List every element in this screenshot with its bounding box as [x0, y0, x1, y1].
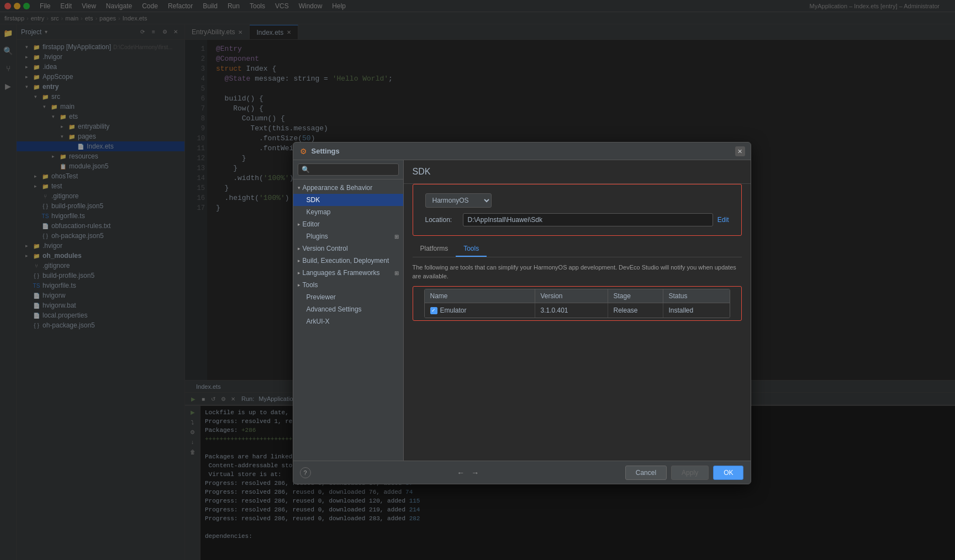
nav-forward-icon[interactable]: → — [471, 468, 479, 477]
nav-previewer[interactable]: Previewer — [293, 291, 403, 303]
tab-tools[interactable]: Tools — [456, 241, 487, 257]
nav-section-label: Tools — [303, 281, 318, 289]
nav-section-label: Version Control — [303, 245, 348, 252]
dialog-body: ▾ Appearance & Behavior SDK Keymap ▸ Edi… — [293, 160, 751, 461]
tool-checkbox[interactable]: ✓ — [430, 307, 437, 314]
sdk-tabs: Platforms Tools — [413, 241, 742, 257]
cancel-button[interactable]: Cancel — [625, 466, 667, 480]
dialog-close-button[interactable]: ✕ — [735, 146, 745, 156]
dialog-title-bar: ⚙ Settings ✕ — [293, 142, 751, 160]
table-cell-version: 3.1.0.401 — [535, 303, 608, 318]
table-header-stage: Stage — [608, 289, 663, 303]
tool-name: Emulator — [440, 307, 467, 314]
settings-search — [293, 160, 403, 179]
plugins-badge-icon: ⊞ — [394, 234, 399, 240]
nav-sdk[interactable]: SDK — [293, 194, 403, 206]
table-row: ✓ Emulator 3.1.0.401 Release Installed — [425, 303, 730, 318]
dialog-title: Settings — [312, 147, 340, 155]
sdk-tools-table: Name Version Stage Status ✓ Emulator 3.1… — [424, 289, 730, 318]
table-header-status: Status — [663, 289, 730, 303]
sdk-platform-select[interactable]: HarmonyOS — [425, 193, 492, 208]
settings-content: SDK HarmonyOS Location: Edit — [404, 160, 751, 461]
table-cell-status: Installed — [663, 303, 730, 318]
help-button[interactable]: ? — [300, 467, 311, 478]
table-header-row: Name Version Stage Status — [425, 289, 730, 303]
nav-version-control[interactable]: ▸ Version Control — [293, 242, 403, 255]
sdk-info-text: The following are tools that can simplif… — [404, 257, 751, 286]
table-header-version: Version — [535, 289, 608, 303]
dialog-overlay: ⚙ Settings ✕ ▾ Appearance & Behavior SDK — [0, 0, 955, 560]
nav-back-icon[interactable]: ← — [457, 468, 465, 477]
footer-buttons: Cancel Apply OK — [625, 466, 744, 480]
chevron-right-icon: ▸ — [298, 282, 300, 288]
nav-advanced-settings[interactable]: Advanced Settings — [293, 303, 403, 315]
nav-tools[interactable]: ▸ Tools — [293, 279, 403, 291]
nav-languages-frameworks[interactable]: ▸ Languages & Frameworks ⊞ — [293, 267, 403, 279]
chevron-right-icon: ▸ — [298, 270, 300, 276]
nav-arkui-x[interactable]: ArkUI-X — [293, 315, 403, 327]
nav-editor[interactable]: ▸ Editor — [293, 218, 403, 230]
nav-appearance-behavior[interactable]: ▾ Appearance & Behavior — [293, 182, 403, 194]
nav-plugins[interactable]: Plugins ⊞ — [293, 230, 403, 242]
settings-nav: ▾ Appearance & Behavior SDK Keymap ▸ Edi… — [293, 160, 404, 461]
lang-badge-icon: ⊞ — [394, 270, 399, 276]
sdk-platform-section: HarmonyOS Location: Edit — [413, 184, 742, 236]
nav-section-label: Build, Execution, Deployment — [303, 257, 389, 265]
nav-keymap[interactable]: Keymap — [293, 206, 403, 218]
ok-button[interactable]: OK — [713, 466, 743, 480]
apply-button[interactable]: Apply — [671, 466, 709, 480]
chevron-down-icon: ▾ — [298, 185, 300, 191]
location-label: Location: — [425, 216, 458, 224]
table-cell-name: ✓ Emulator — [425, 303, 535, 318]
chevron-right-icon: ▸ — [298, 221, 300, 227]
sdk-location-row: Location: Edit — [416, 213, 738, 232]
sdk-location-input[interactable] — [463, 213, 713, 226]
chevron-right-icon: ▸ — [298, 246, 300, 251]
table-cell-stage: Release — [608, 303, 663, 318]
nav-section-label: Appearance & Behavior — [303, 184, 373, 192]
chevron-right-icon: ▸ — [298, 258, 300, 263]
dialog-footer: ? ← → Cancel Apply OK — [293, 461, 751, 484]
settings-dialog: ⚙ Settings ✕ ▾ Appearance & Behavior SDK — [293, 142, 751, 484]
tab-platforms[interactable]: Platforms — [413, 241, 456, 257]
nav-section-label: Editor — [303, 220, 320, 228]
settings-search-input[interactable] — [298, 163, 399, 176]
sdk-tools-table-wrapper: Name Version Stage Status ✓ Emulator 3.1… — [413, 286, 742, 321]
nav-build-execution[interactable]: ▸ Build, Execution, Deployment — [293, 255, 403, 267]
table-header-name: Name — [425, 289, 535, 303]
nav-section-label: Languages & Frameworks — [303, 269, 380, 277]
sdk-platform-row: HarmonyOS — [416, 188, 738, 213]
settings-title-icon: ⚙ — [300, 147, 307, 156]
settings-nav-list: ▾ Appearance & Behavior SDK Keymap ▸ Edi… — [293, 179, 403, 461]
sdk-title: SDK — [404, 160, 751, 184]
sdk-location-edit-button[interactable]: Edit — [717, 216, 729, 224]
